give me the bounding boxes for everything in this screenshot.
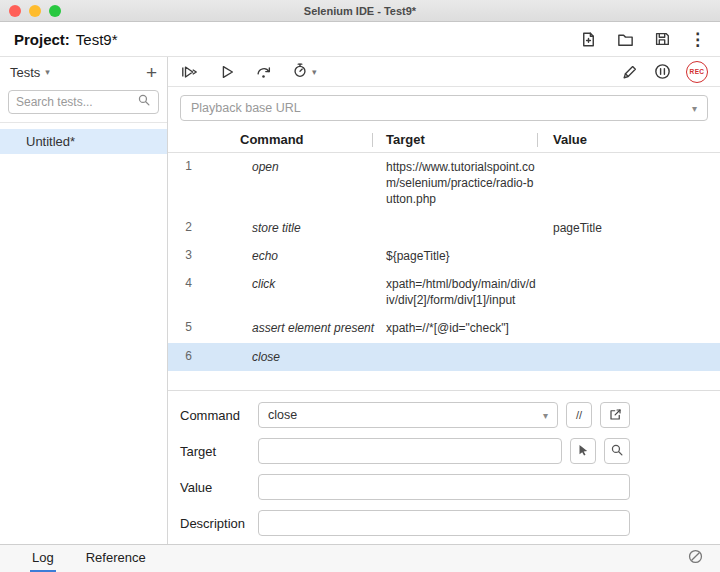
clear-log-button[interactable] [687,548,704,569]
run-current-test-button[interactable] [218,63,236,81]
play-icon [218,63,236,81]
pause-on-exceptions-button[interactable] [653,62,672,81]
add-test-button[interactable]: + [146,63,157,82]
row-value [553,276,720,308]
target-cursor-icon [576,443,590,459]
project-label: Project: [14,31,70,48]
description-input[interactable] [258,510,630,536]
tab-log-label: Log [32,550,54,565]
row-target [386,349,553,365]
window-controls [9,5,61,17]
disable-breakpoints-button[interactable] [620,63,639,81]
stopwatch-icon [291,61,309,83]
table-row[interactable]: 1 open https://www.tutorialspoint.com/se… [168,153,720,214]
test-editor: ▾ [168,57,720,544]
value-field-label: Value [180,480,258,495]
row-target: ${pageTitle} [386,248,553,264]
tab-reference-label: Reference [86,550,146,565]
column-separator [537,133,538,147]
titlebar: Selenium IDE - Test9* [0,0,720,22]
save-icon [653,30,671,48]
record-button[interactable]: REC [686,61,708,83]
test-speed-control[interactable]: ▾ [291,61,317,83]
project-name: Test9* [76,31,118,48]
selenium-ide-window: Selenium IDE - Test9* Project: Test9* [0,0,720,572]
comment-toggle-button[interactable]: // [566,402,592,428]
test-name: Untitled* [26,134,75,149]
table-row-selected[interactable]: 6 close [168,343,720,371]
search-icon [610,443,624,459]
run-all-icon [180,63,200,81]
table-row[interactable]: 5 assert element present xpath=//*[@id="… [168,314,720,342]
row-value [553,159,720,208]
row-command: close [240,349,386,365]
row-value [553,349,720,365]
disable-breakpoints-icon [620,63,639,81]
command-field-label: Command [180,408,258,423]
row-target [386,220,553,236]
row-target: xpath=/html/body/main/div/div/div[2]/for… [386,276,553,308]
no-entry-icon [687,548,704,569]
tab-log[interactable]: Log [30,545,56,572]
window-title: Selenium IDE - Test9* [304,5,416,17]
zoom-window-button[interactable] [49,5,61,17]
target-field-label: Target [180,444,258,459]
playback-toolbar: ▾ [168,57,720,87]
chevron-down-icon[interactable]: ▾ [45,67,50,77]
value-input[interactable] [258,474,630,500]
project-header: Project: Test9* [0,22,720,57]
save-project-button[interactable] [653,30,671,48]
row-command: click [240,276,386,308]
search-icon [137,93,151,111]
row-number: 1 [168,159,240,208]
step-over-icon [254,63,273,81]
find-target-button[interactable] [604,438,630,464]
row-value: pageTitle [553,220,720,236]
test-search-box [8,90,159,114]
new-project-icon [579,30,598,49]
column-header-target: Target [386,132,553,147]
row-command: store title [240,220,386,236]
bottom-panel: Log Reference [0,544,720,572]
step-over-button[interactable] [254,63,273,81]
target-input[interactable] [258,438,562,464]
table-row[interactable]: 3 echo ${pageTitle} [168,242,720,270]
column-header-command: Command [240,132,386,147]
row-value [553,248,720,264]
open-in-new-icon [608,407,623,424]
table-row[interactable]: 4 click xpath=/html/body/main/div/div/di… [168,270,720,314]
new-project-button[interactable] [579,30,598,49]
more-menu-button[interactable]: ⋮ [689,31,706,48]
test-list-item[interactable]: Untitled* [0,129,167,154]
table-row[interactable]: 2 store title pageTitle [168,214,720,242]
select-target-button[interactable] [570,438,596,464]
tests-dropdown[interactable]: Tests [10,65,40,80]
chevron-down-icon: ▾ [312,67,317,77]
row-number: 2 [168,220,240,236]
kebab-menu-icon: ⋮ [689,31,706,48]
row-command: assert element present [240,320,386,336]
search-tests-input[interactable] [16,95,137,109]
command-select-value: close [268,408,543,422]
command-edit-form: Command close ▾ // Ta [168,390,720,544]
row-number: 3 [168,248,240,264]
tab-reference[interactable]: Reference [84,545,148,572]
test-list: Untitled* [0,123,167,154]
row-value [553,320,720,336]
tests-sidebar: Tests ▾ + Untitled* [0,57,168,544]
command-select[interactable]: close ▾ [258,402,558,428]
close-window-button[interactable] [9,5,21,17]
row-number: 5 [168,320,240,336]
chevron-down-icon: ▾ [543,410,548,421]
playback-base-url-input[interactable] [191,101,692,115]
minimize-window-button[interactable] [29,5,41,17]
row-target: https://www.tutorialspoint.com/selenium/… [386,159,553,208]
row-command: open [240,159,386,208]
chevron-down-icon[interactable]: ▾ [692,103,697,114]
row-number: 6 [168,349,240,365]
playback-base-url-box: ▾ [180,95,708,121]
open-reference-button[interactable] [600,402,630,428]
run-all-tests-button[interactable] [180,63,200,81]
row-number: 4 [168,276,240,308]
open-project-button[interactable] [616,30,635,49]
